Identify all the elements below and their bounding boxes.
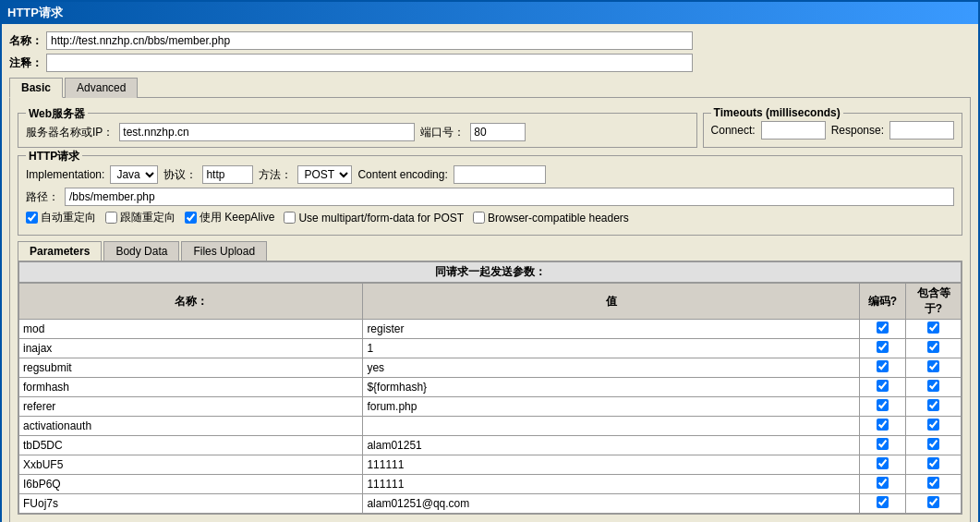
encode-checkbox[interactable] bbox=[877, 399, 889, 411]
comment-input[interactable] bbox=[46, 54, 693, 72]
table-header-row: 名称： 值 编码? 包含等于? bbox=[19, 284, 962, 320]
param-encode bbox=[860, 378, 906, 397]
param-include bbox=[906, 339, 962, 358]
impl-select-wrapper[interactable]: Java bbox=[110, 165, 158, 184]
connect-input[interactable] bbox=[761, 121, 826, 140]
params-table-container: 同请求一起发送参数： 名称： 值 编码? 包含等于? mod register bbox=[18, 261, 962, 515]
param-value: ${formhash} bbox=[363, 378, 860, 397]
param-include bbox=[906, 320, 962, 339]
include-checkbox[interactable] bbox=[927, 380, 939, 392]
checkbox-multipart-input[interactable] bbox=[284, 212, 296, 224]
param-value: 111111 bbox=[363, 455, 860, 475]
checkbox-keepalive-input[interactable] bbox=[185, 212, 197, 224]
web-server-title: Web服务器 bbox=[26, 106, 88, 122]
checkbox-redirect-input[interactable] bbox=[26, 212, 38, 224]
param-value: yes bbox=[363, 358, 860, 378]
include-checkbox[interactable] bbox=[927, 419, 939, 431]
encode-checkbox[interactable] bbox=[877, 457, 889, 469]
main-tabs: Basic Advanced bbox=[9, 78, 971, 98]
impl-select[interactable]: Java bbox=[111, 166, 157, 183]
encode-checkbox[interactable] bbox=[877, 380, 889, 392]
include-checkbox[interactable] bbox=[927, 322, 939, 334]
inner-tab-bodydata[interactable]: Body Data bbox=[103, 241, 179, 261]
param-encode bbox=[860, 339, 906, 358]
method-select[interactable]: POST GET bbox=[298, 166, 351, 183]
param-name: formhash bbox=[19, 378, 363, 397]
response-input[interactable] bbox=[889, 121, 954, 140]
comment-label: 注释： bbox=[9, 55, 42, 71]
inner-tab-filesupload[interactable]: Files Upload bbox=[181, 241, 267, 261]
encode-checkbox[interactable] bbox=[877, 496, 889, 508]
connect-label: Connect: bbox=[711, 124, 756, 137]
response-label: Response: bbox=[831, 124, 884, 137]
server-row: 服务器名称或IP： 端口号： bbox=[26, 123, 689, 141]
method-label: 方法： bbox=[259, 167, 292, 183]
tab-advanced[interactable]: Advanced bbox=[65, 78, 138, 98]
encode-checkbox[interactable] bbox=[877, 477, 889, 489]
inner-tabs: Parameters Body Data Files Upload bbox=[18, 241, 962, 261]
inner-tab-parameters[interactable]: Parameters bbox=[18, 241, 102, 261]
col-name: 名称： bbox=[19, 284, 363, 320]
protocol-input[interactable] bbox=[202, 165, 253, 184]
path-label: 路径： bbox=[26, 189, 59, 205]
name-input[interactable] bbox=[46, 31, 693, 50]
table-row: activationauth bbox=[19, 417, 962, 436]
include-checkbox[interactable] bbox=[927, 496, 939, 508]
param-encode bbox=[860, 417, 906, 436]
params-section-header: 同请求一起发送参数： bbox=[18, 261, 962, 283]
server-input[interactable] bbox=[119, 123, 415, 141]
include-checkbox[interactable] bbox=[927, 341, 939, 353]
checkbox-browser-label: Browser-compatible headers bbox=[488, 212, 629, 225]
window-title: HTTP请求 bbox=[2, 2, 978, 24]
encode-checkbox[interactable] bbox=[877, 419, 889, 431]
include-checkbox[interactable] bbox=[927, 360, 939, 372]
param-name: mod bbox=[19, 320, 363, 339]
col-value: 值 bbox=[363, 284, 860, 320]
param-value bbox=[363, 417, 860, 436]
param-value: register bbox=[363, 320, 860, 339]
port-input[interactable] bbox=[470, 123, 526, 141]
checkbox-keepalive-label: 使用 KeepAlive bbox=[200, 210, 274, 225]
param-encode bbox=[860, 320, 906, 339]
include-checkbox[interactable] bbox=[927, 477, 939, 489]
tab-basic[interactable]: Basic bbox=[9, 78, 63, 98]
param-value: 111111 bbox=[363, 475, 860, 494]
checkbox-redirect: 自动重定向 bbox=[26, 210, 96, 225]
param-value: forum.php bbox=[363, 397, 860, 417]
http-request-group: HTTP请求 Implementation: Java 协议： 方法： POST bbox=[18, 155, 962, 236]
checkbox-browser-input[interactable] bbox=[473, 212, 485, 224]
name-row: 名称： bbox=[9, 31, 971, 50]
param-include bbox=[906, 475, 962, 494]
table-row: tbD5DC alam01251 bbox=[19, 436, 962, 455]
encode-checkbox[interactable] bbox=[877, 438, 889, 450]
encode-checkbox[interactable] bbox=[877, 341, 889, 353]
method-select-wrapper[interactable]: POST GET bbox=[297, 165, 352, 184]
checkbox-follow-input[interactable] bbox=[105, 212, 117, 224]
include-checkbox[interactable] bbox=[927, 457, 939, 469]
path-input[interactable] bbox=[65, 188, 954, 206]
encode-checkbox[interactable] bbox=[877, 322, 889, 334]
checkbox-multipart: Use multipart/form-data for POST bbox=[284, 212, 464, 225]
param-encode bbox=[860, 475, 906, 494]
encode-checkbox[interactable] bbox=[877, 360, 889, 372]
protocol-label: 协议： bbox=[163, 167, 197, 183]
param-encode bbox=[860, 436, 906, 455]
include-checkbox[interactable] bbox=[927, 399, 939, 411]
include-checkbox[interactable] bbox=[927, 438, 939, 450]
checkbox-follow: 跟随重定向 bbox=[105, 210, 175, 225]
table-row: formhash ${formhash} bbox=[19, 378, 962, 397]
param-include bbox=[906, 436, 962, 455]
param-encode bbox=[860, 494, 906, 514]
server-label: 服务器名称或IP： bbox=[26, 125, 114, 140]
param-name: referer bbox=[19, 397, 363, 417]
http-request-title: HTTP请求 bbox=[26, 149, 82, 164]
param-encode bbox=[860, 358, 906, 378]
path-row: 路径： bbox=[26, 188, 954, 206]
content-area: 名称： 注释： Basic Advanced Web服务器 服务器名称或IP： bbox=[2, 24, 978, 522]
param-value: alam01251 bbox=[363, 436, 860, 455]
encoding-input[interactable] bbox=[454, 165, 546, 184]
tab-basic-content: Web服务器 服务器名称或IP： 端口号： Timeouts (millisec… bbox=[9, 97, 971, 522]
checkboxes-row: 自动重定向 跟随重定向 使用 KeepAlive Use multipart/f… bbox=[26, 210, 954, 225]
param-name: I6bP6Q bbox=[19, 475, 363, 494]
main-window: HTTP请求 名称： 注释： Basic Advanced Web服务器 服务器… bbox=[0, 0, 980, 522]
